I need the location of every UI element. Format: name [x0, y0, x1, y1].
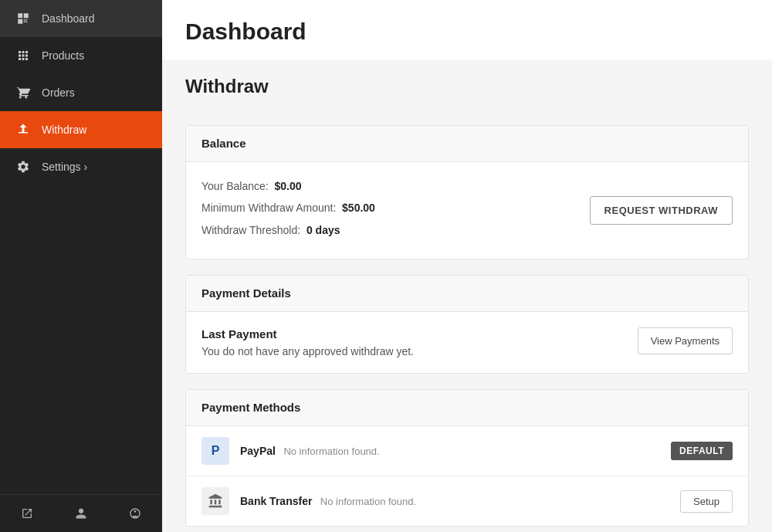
main-content: Dashboard Withdraw Balance Your Balance:…: [162, 0, 772, 532]
request-withdraw-button[interactable]: REQUEST WITHDRAW: [590, 196, 733, 225]
dashboard-icon: [15, 11, 31, 26]
content-area: Balance Your Balance: $0.00 Minimum With…: [162, 110, 772, 532]
paypal-default-badge: DEFAULT: [671, 442, 733, 460]
paypal-method-info: No information found.: [283, 446, 379, 457]
sidebar-item-orders[interactable]: Orders: [0, 74, 162, 111]
last-payment-label: Last Payment: [201, 327, 414, 341]
last-payment-text: You do not have any approved withdraw ye…: [201, 345, 414, 357]
balance-card-body: Your Balance: $0.00 Minimum Withdraw Amo…: [186, 162, 748, 259]
your-balance-value: $0.00: [274, 180, 301, 192]
withdraw-icon: [15, 122, 31, 137]
sidebar-item-label: Withdraw: [42, 124, 86, 136]
min-withdraw-line: Minimum Withdraw Amount: $50.00: [201, 199, 375, 216]
payment-methods-card: Payment Methods P PayPal No information …: [185, 389, 749, 527]
balance-title: Balance: [201, 137, 246, 150]
bank-transfer-method-row: Bank Transfer No information found. Setu…: [186, 476, 748, 526]
paypal-name: PayPal: [240, 445, 276, 457]
orders-icon: [15, 85, 31, 100]
sidebar-item-label: Settings ›: [42, 161, 87, 173]
paypal-method-left: P PayPal No information found.: [201, 437, 380, 465]
payment-details-card: Payment Details Last Payment You do not …: [185, 275, 749, 374]
your-balance-line: Your Balance: $0.00: [201, 178, 375, 195]
balance-card-header: Balance: [186, 126, 748, 162]
paypal-info: PayPal No information found.: [240, 444, 380, 458]
payment-details-header: Payment Details: [186, 276, 748, 312]
payment-methods-header: Payment Methods: [186, 390, 748, 426]
sidebar-bottom-actions: [0, 494, 162, 532]
external-link-button[interactable]: [0, 495, 54, 532]
payment-methods-title: Payment Methods: [201, 401, 300, 414]
paypal-method-row: P PayPal No information found. DEFAULT: [186, 426, 748, 476]
payment-details-title: Payment Details: [201, 286, 291, 300]
settings-icon: [15, 159, 31, 175]
view-payments-button[interactable]: View Payments: [638, 327, 733, 354]
top-bar: Dashboard: [162, 0, 772, 60]
bank-setup-button[interactable]: Setup: [680, 490, 733, 513]
sidebar-item-settings[interactable]: Settings ›: [0, 148, 162, 185]
last-payment-info: Last Payment You do not have any approve…: [201, 327, 414, 357]
payment-details-body: Last Payment You do not have any approve…: [186, 312, 748, 373]
bank-method-info: No information found.: [320, 496, 416, 507]
dashboard-page-title: Dashboard: [185, 19, 306, 44]
your-balance-label: Your Balance:: [201, 180, 269, 192]
min-withdraw-value: $50.00: [342, 202, 375, 214]
products-icon: [15, 48, 31, 63]
paypal-icon: P: [201, 437, 229, 465]
withdraw-page-title: Withdraw: [162, 60, 772, 110]
balance-row: Your Balance: $0.00 Minimum Withdraw Amo…: [201, 178, 733, 243]
bank-name: Bank Transfer: [240, 495, 312, 507]
threshold-value: 0 days: [306, 224, 340, 236]
sidebar-navigation: Dashboard Products Orders: [0, 0, 162, 494]
bank-icon: [201, 487, 229, 515]
sidebar-item-withdraw[interactable]: Withdraw: [0, 111, 162, 148]
threshold-label: Withdraw Threshold:: [201, 224, 300, 236]
sidebar-item-dashboard[interactable]: Dashboard: [0, 0, 162, 37]
sidebar-item-label: Products: [42, 49, 84, 62]
sidebar-item-label: Orders: [42, 86, 75, 99]
balance-info: Your Balance: $0.00 Minimum Withdraw Amo…: [201, 178, 375, 243]
bank-method-left: Bank Transfer No information found.: [201, 487, 416, 515]
sidebar-item-label: Dashboard: [42, 12, 95, 25]
sidebar-item-products[interactable]: Products: [0, 37, 162, 74]
sidebar: Dashboard Products Orders: [0, 0, 162, 532]
threshold-line: Withdraw Threshold: 0 days: [201, 222, 375, 239]
logout-button[interactable]: [108, 495, 162, 532]
user-profile-button[interactable]: [54, 495, 108, 532]
min-withdraw-label: Minimum Withdraw Amount:: [201, 202, 336, 214]
balance-card: Balance Your Balance: $0.00 Minimum With…: [185, 125, 749, 259]
bank-info: Bank Transfer No information found.: [240, 494, 416, 508]
